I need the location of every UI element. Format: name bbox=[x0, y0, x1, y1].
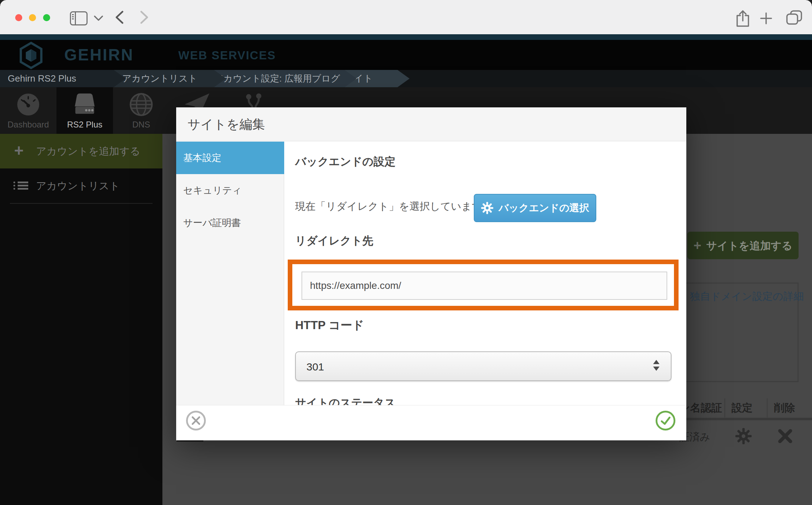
page-top-divider bbox=[0, 34, 812, 40]
http-code-select[interactable]: 301 bbox=[295, 351, 671, 381]
app-header: GEHIRN WEB SERVICES ゲヒルン広報用プロジェクト Gehirn… bbox=[0, 40, 812, 70]
zoom-window-button[interactable] bbox=[43, 14, 50, 21]
app-window: GEHIRN WEB SERVICES ゲヒルン広報用プロジェクト Gehirn… bbox=[0, 0, 812, 505]
sidebar-divider bbox=[10, 203, 153, 204]
table-header-underline bbox=[678, 418, 812, 420]
modal-content: バックエンドの設定 現在「リダイレクト」を選択しています。 bbox=[285, 142, 686, 405]
minimize-window-button[interactable] bbox=[29, 14, 36, 21]
submit-button[interactable] bbox=[656, 411, 675, 430]
server-icon bbox=[72, 91, 97, 117]
brand-subtitle: WEB SERVICES bbox=[178, 40, 276, 70]
gehirn-logo-icon bbox=[11, 42, 52, 69]
globe-icon bbox=[128, 91, 154, 118]
breadcrumb: Gehirn RS2 Plus アカウントリスト アカウント設定: 広報用ブログ… bbox=[0, 70, 812, 87]
plus-icon: + bbox=[693, 238, 701, 253]
breadcrumb-item[interactable]: Gehirn RS2 Plus bbox=[0, 70, 126, 87]
nav-item-dashboard[interactable]: Dashboard bbox=[0, 87, 56, 134]
annotation-highlight-box bbox=[288, 260, 679, 310]
tab-server-certificate[interactable]: サーバ証明書 bbox=[176, 207, 284, 239]
select-spinner-icon bbox=[653, 360, 659, 371]
browser-toolbar bbox=[0, 0, 812, 34]
share-icon[interactable] bbox=[735, 9, 751, 29]
table-header-settings: 設定 bbox=[732, 398, 753, 417]
table-header-delete: 削除 bbox=[774, 398, 795, 417]
tab-overview-icon[interactable] bbox=[786, 10, 803, 27]
dashboard-icon bbox=[15, 91, 41, 118]
delete-x-icon[interactable] bbox=[777, 428, 793, 444]
brand-name: GEHIRN bbox=[64, 40, 134, 70]
gear-icon bbox=[481, 202, 494, 214]
forward-button[interactable] bbox=[140, 11, 149, 25]
close-window-button[interactable] bbox=[15, 14, 22, 21]
redirect-heading: リダイレクト先 bbox=[295, 233, 373, 248]
nav-item-rs2plus[interactable]: RS2 Plus bbox=[56, 87, 113, 134]
add-site-button[interactable]: +サイトを追加する bbox=[687, 232, 799, 259]
list-icon bbox=[13, 181, 29, 191]
new-tab-icon[interactable] bbox=[760, 12, 772, 26]
choose-backend-button[interactable]: バックエンドの選択 bbox=[474, 194, 596, 222]
sidebar-item-add-account[interactable]: + アカウントを追加する bbox=[0, 134, 162, 168]
tab-security[interactable]: セキュリティ bbox=[176, 174, 284, 207]
table-column-divider bbox=[724, 398, 725, 417]
modal-footer bbox=[176, 405, 686, 440]
sidebar-item-account-list[interactable]: アカウントリスト bbox=[0, 168, 162, 203]
sidebar-toggle-icon[interactable] bbox=[70, 11, 88, 25]
edit-site-modal: サイトを編集 基本設定 セキュリティ サーバ証明書 バックエンドの設定 現在「リ… bbox=[176, 107, 686, 440]
account-sidebar: + アカウントを追加する アカウントリスト bbox=[0, 134, 162, 505]
chevron-down-icon[interactable] bbox=[94, 16, 103, 23]
clipped-next-heading: サイトのステータス bbox=[295, 396, 396, 405]
modal-body: 基本設定 セキュリティ サーバ証明書 バックエンドの設定 現在「リダイレクト」を… bbox=[176, 142, 686, 405]
close-x-icon bbox=[191, 415, 201, 426]
modal-header: サイトを編集 bbox=[176, 107, 686, 141]
nav-item-dns[interactable]: DNS bbox=[113, 87, 169, 134]
modal-title: サイトを編集 bbox=[187, 107, 265, 141]
tab-basic-settings[interactable]: 基本設定 bbox=[176, 142, 284, 174]
backend-heading: バックエンドの設定 bbox=[295, 154, 395, 169]
table-column-divider bbox=[767, 398, 768, 417]
cancel-button[interactable] bbox=[186, 411, 206, 430]
modal-tab-list: 基本設定 セキュリティ サーバ証明書 bbox=[176, 142, 284, 405]
http-code-value: 301 bbox=[306, 352, 324, 382]
http-code-heading: HTTP コード bbox=[295, 317, 364, 333]
back-button[interactable] bbox=[115, 11, 124, 25]
domain-settings-link[interactable]: 独自ドメイン設定の詳細 bbox=[690, 290, 804, 304]
plus-icon: + bbox=[14, 134, 24, 168]
gear-icon[interactable] bbox=[735, 428, 752, 445]
backend-current-text: 現在「リダイレクト」を選択しています。 bbox=[295, 200, 492, 214]
check-icon bbox=[659, 414, 672, 427]
